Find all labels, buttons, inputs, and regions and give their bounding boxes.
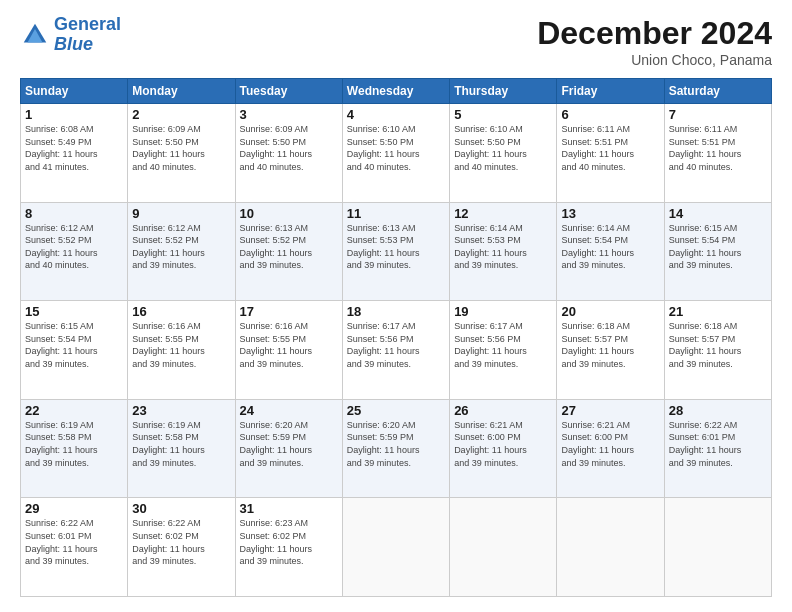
- day-info: Sunrise: 6:19 AM Sunset: 5:58 PM Dayligh…: [25, 419, 123, 469]
- day-number: 1: [25, 107, 123, 122]
- calendar-week-4: 22Sunrise: 6:19 AM Sunset: 5:58 PM Dayli…: [21, 399, 772, 498]
- calendar-cell: 9Sunrise: 6:12 AM Sunset: 5:52 PM Daylig…: [128, 202, 235, 301]
- weekday-header-thursday: Thursday: [450, 79, 557, 104]
- calendar-cell: 19Sunrise: 6:17 AM Sunset: 5:56 PM Dayli…: [450, 301, 557, 400]
- day-number: 7: [669, 107, 767, 122]
- day-number: 17: [240, 304, 338, 319]
- calendar-cell: 13Sunrise: 6:14 AM Sunset: 5:54 PM Dayli…: [557, 202, 664, 301]
- day-info: Sunrise: 6:10 AM Sunset: 5:50 PM Dayligh…: [454, 123, 552, 173]
- day-number: 9: [132, 206, 230, 221]
- calendar-cell: [450, 498, 557, 597]
- day-info: Sunrise: 6:22 AM Sunset: 6:01 PM Dayligh…: [669, 419, 767, 469]
- day-info: Sunrise: 6:11 AM Sunset: 5:51 PM Dayligh…: [561, 123, 659, 173]
- logo-icon: [20, 20, 50, 50]
- weekday-header-row: SundayMondayTuesdayWednesdayThursdayFrid…: [21, 79, 772, 104]
- weekday-header-saturday: Saturday: [664, 79, 771, 104]
- calendar-week-3: 15Sunrise: 6:15 AM Sunset: 5:54 PM Dayli…: [21, 301, 772, 400]
- day-info: Sunrise: 6:15 AM Sunset: 5:54 PM Dayligh…: [669, 222, 767, 272]
- day-number: 23: [132, 403, 230, 418]
- day-number: 6: [561, 107, 659, 122]
- calendar-cell: 4Sunrise: 6:10 AM Sunset: 5:50 PM Daylig…: [342, 104, 449, 203]
- day-info: Sunrise: 6:14 AM Sunset: 5:53 PM Dayligh…: [454, 222, 552, 272]
- day-info: Sunrise: 6:22 AM Sunset: 6:02 PM Dayligh…: [132, 517, 230, 567]
- day-info: Sunrise: 6:16 AM Sunset: 5:55 PM Dayligh…: [240, 320, 338, 370]
- day-info: Sunrise: 6:09 AM Sunset: 5:50 PM Dayligh…: [240, 123, 338, 173]
- day-number: 14: [669, 206, 767, 221]
- day-number: 13: [561, 206, 659, 221]
- day-number: 21: [669, 304, 767, 319]
- title-block: December 2024 Union Choco, Panama: [537, 15, 772, 68]
- calendar-week-1: 1Sunrise: 6:08 AM Sunset: 5:49 PM Daylig…: [21, 104, 772, 203]
- weekday-header-monday: Monday: [128, 79, 235, 104]
- day-number: 4: [347, 107, 445, 122]
- day-info: Sunrise: 6:17 AM Sunset: 5:56 PM Dayligh…: [454, 320, 552, 370]
- day-number: 25: [347, 403, 445, 418]
- calendar-cell: 26Sunrise: 6:21 AM Sunset: 6:00 PM Dayli…: [450, 399, 557, 498]
- weekday-header-tuesday: Tuesday: [235, 79, 342, 104]
- calendar-cell: 8Sunrise: 6:12 AM Sunset: 5:52 PM Daylig…: [21, 202, 128, 301]
- day-info: Sunrise: 6:08 AM Sunset: 5:49 PM Dayligh…: [25, 123, 123, 173]
- calendar-week-5: 29Sunrise: 6:22 AM Sunset: 6:01 PM Dayli…: [21, 498, 772, 597]
- day-info: Sunrise: 6:20 AM Sunset: 5:59 PM Dayligh…: [240, 419, 338, 469]
- day-info: Sunrise: 6:17 AM Sunset: 5:56 PM Dayligh…: [347, 320, 445, 370]
- calendar-cell: 31Sunrise: 6:23 AM Sunset: 6:02 PM Dayli…: [235, 498, 342, 597]
- day-info: Sunrise: 6:13 AM Sunset: 5:53 PM Dayligh…: [347, 222, 445, 272]
- day-info: Sunrise: 6:22 AM Sunset: 6:01 PM Dayligh…: [25, 517, 123, 567]
- day-info: Sunrise: 6:21 AM Sunset: 6:00 PM Dayligh…: [454, 419, 552, 469]
- day-number: 29: [25, 501, 123, 516]
- day-number: 11: [347, 206, 445, 221]
- day-number: 24: [240, 403, 338, 418]
- day-info: Sunrise: 6:18 AM Sunset: 5:57 PM Dayligh…: [561, 320, 659, 370]
- day-info: Sunrise: 6:23 AM Sunset: 6:02 PM Dayligh…: [240, 517, 338, 567]
- day-number: 10: [240, 206, 338, 221]
- calendar-cell: 23Sunrise: 6:19 AM Sunset: 5:58 PM Dayli…: [128, 399, 235, 498]
- day-number: 8: [25, 206, 123, 221]
- weekday-header-sunday: Sunday: [21, 79, 128, 104]
- calendar-cell: 25Sunrise: 6:20 AM Sunset: 5:59 PM Dayli…: [342, 399, 449, 498]
- logo: General Blue: [20, 15, 121, 55]
- weekday-header-wednesday: Wednesday: [342, 79, 449, 104]
- calendar-cell: 28Sunrise: 6:22 AM Sunset: 6:01 PM Dayli…: [664, 399, 771, 498]
- day-number: 27: [561, 403, 659, 418]
- calendar-cell: 16Sunrise: 6:16 AM Sunset: 5:55 PM Dayli…: [128, 301, 235, 400]
- calendar-cell: 29Sunrise: 6:22 AM Sunset: 6:01 PM Dayli…: [21, 498, 128, 597]
- day-info: Sunrise: 6:20 AM Sunset: 5:59 PM Dayligh…: [347, 419, 445, 469]
- day-info: Sunrise: 6:09 AM Sunset: 5:50 PM Dayligh…: [132, 123, 230, 173]
- weekday-header-friday: Friday: [557, 79, 664, 104]
- calendar-cell: 1Sunrise: 6:08 AM Sunset: 5:49 PM Daylig…: [21, 104, 128, 203]
- day-number: 26: [454, 403, 552, 418]
- day-number: 12: [454, 206, 552, 221]
- calendar-cell: 20Sunrise: 6:18 AM Sunset: 5:57 PM Dayli…: [557, 301, 664, 400]
- calendar-cell: 3Sunrise: 6:09 AM Sunset: 5:50 PM Daylig…: [235, 104, 342, 203]
- day-number: 2: [132, 107, 230, 122]
- day-info: Sunrise: 6:19 AM Sunset: 5:58 PM Dayligh…: [132, 419, 230, 469]
- logo-text: General Blue: [54, 15, 121, 55]
- calendar-cell: 24Sunrise: 6:20 AM Sunset: 5:59 PM Dayli…: [235, 399, 342, 498]
- calendar-cell: 14Sunrise: 6:15 AM Sunset: 5:54 PM Dayli…: [664, 202, 771, 301]
- day-number: 5: [454, 107, 552, 122]
- day-number: 22: [25, 403, 123, 418]
- calendar-cell: [342, 498, 449, 597]
- day-info: Sunrise: 6:10 AM Sunset: 5:50 PM Dayligh…: [347, 123, 445, 173]
- calendar-title: December 2024: [537, 15, 772, 52]
- day-info: Sunrise: 6:15 AM Sunset: 5:54 PM Dayligh…: [25, 320, 123, 370]
- logo-line1: General: [54, 14, 121, 34]
- day-info: Sunrise: 6:11 AM Sunset: 5:51 PM Dayligh…: [669, 123, 767, 173]
- calendar-cell: 18Sunrise: 6:17 AM Sunset: 5:56 PM Dayli…: [342, 301, 449, 400]
- calendar-cell: 30Sunrise: 6:22 AM Sunset: 6:02 PM Dayli…: [128, 498, 235, 597]
- calendar-cell: 5Sunrise: 6:10 AM Sunset: 5:50 PM Daylig…: [450, 104, 557, 203]
- calendar-cell: 2Sunrise: 6:09 AM Sunset: 5:50 PM Daylig…: [128, 104, 235, 203]
- calendar-week-2: 8Sunrise: 6:12 AM Sunset: 5:52 PM Daylig…: [21, 202, 772, 301]
- calendar-cell: 17Sunrise: 6:16 AM Sunset: 5:55 PM Dayli…: [235, 301, 342, 400]
- day-number: 20: [561, 304, 659, 319]
- day-number: 15: [25, 304, 123, 319]
- calendar-cell: 6Sunrise: 6:11 AM Sunset: 5:51 PM Daylig…: [557, 104, 664, 203]
- day-info: Sunrise: 6:12 AM Sunset: 5:52 PM Dayligh…: [132, 222, 230, 272]
- day-info: Sunrise: 6:16 AM Sunset: 5:55 PM Dayligh…: [132, 320, 230, 370]
- day-number: 31: [240, 501, 338, 516]
- page: General Blue December 2024 Union Choco, …: [0, 0, 792, 612]
- calendar-cell: 21Sunrise: 6:18 AM Sunset: 5:57 PM Dayli…: [664, 301, 771, 400]
- day-number: 3: [240, 107, 338, 122]
- calendar-cell: 15Sunrise: 6:15 AM Sunset: 5:54 PM Dayli…: [21, 301, 128, 400]
- calendar-body: 1Sunrise: 6:08 AM Sunset: 5:49 PM Daylig…: [21, 104, 772, 597]
